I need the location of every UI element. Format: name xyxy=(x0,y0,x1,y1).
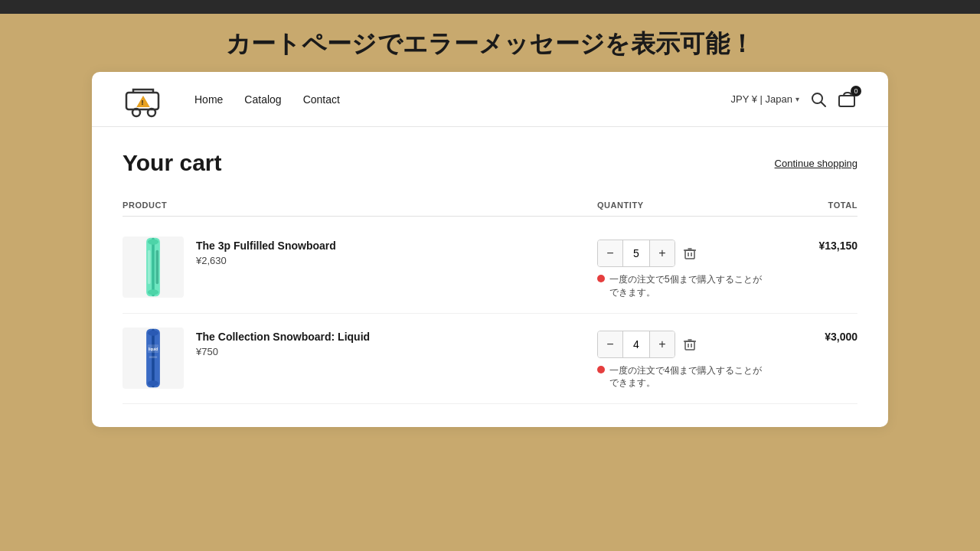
qty-increase-2[interactable]: + xyxy=(650,331,675,357)
nav-right: JPY ¥ | Japan ▾ 0 xyxy=(731,90,858,109)
logo: ! xyxy=(122,79,164,120)
cart-button[interactable]: 0 xyxy=(838,90,858,109)
error-text-1: 一度の注文で5個まで購入することができます。 xyxy=(609,273,766,299)
svg-text:liquid: liquid xyxy=(149,347,158,351)
nav-catalog[interactable]: Catalog xyxy=(244,93,281,106)
top-bar xyxy=(0,0,980,14)
delete-button-1[interactable] xyxy=(680,243,700,263)
product-info-1: The 3p Fulfilled Snowboard ¥2,630 xyxy=(196,236,336,266)
locale-label: JPY ¥ | Japan xyxy=(731,93,792,105)
main-card: ! Home Catalog Contact JPY ¥ | Japan ▾ xyxy=(92,72,888,427)
col-total: TOTAL xyxy=(766,201,858,210)
svg-line-7 xyxy=(822,102,826,106)
svg-text:!: ! xyxy=(142,99,144,106)
product-price-2: ¥750 xyxy=(196,346,370,357)
error-message-1: 一度の注文で5個まで購入することができます。 xyxy=(597,273,766,299)
logo-icon: ! xyxy=(122,79,164,120)
product-name-2: The Collection Snowboard: Liquid xyxy=(196,331,370,343)
headline-text: カートページでエラーメッセージを表示可能！ xyxy=(226,30,755,57)
trash-icon xyxy=(683,246,697,260)
error-text-2: 一度の注文で4個まで購入することができます。 xyxy=(609,364,766,390)
svg-rect-13 xyxy=(148,250,151,284)
svg-rect-14 xyxy=(156,250,159,284)
svg-rect-27 xyxy=(685,341,694,350)
product-info-2: The Collection Snowboard: Liquid ¥750 xyxy=(196,328,370,357)
product-name-1: The 3p Fulfilled Snowboard xyxy=(196,240,336,252)
product-row-2: liquid The Collection Snowboard: Liquid … xyxy=(122,314,858,405)
cart-title: Your cart xyxy=(122,150,221,176)
qty-input-group-2: − + xyxy=(597,331,675,358)
svg-point-11 xyxy=(148,240,158,245)
product-image-1 xyxy=(122,236,184,298)
product-price-1: ¥2,630 xyxy=(196,255,336,266)
delete-button-2[interactable] xyxy=(680,334,700,354)
nav-home[interactable]: Home xyxy=(194,93,223,106)
cart-count: 0 xyxy=(854,87,858,95)
product-cell-2: liquid The Collection Snowboard: Liquid … xyxy=(122,328,597,389)
error-dot-1 xyxy=(597,275,605,282)
svg-rect-15 xyxy=(685,250,694,259)
quantity-cell-1: − + xyxy=(597,236,766,299)
product-cell-1: The 3p Fulfilled Snowboard ¥2,630 xyxy=(122,236,597,298)
chevron-down-icon: ▾ xyxy=(795,95,799,103)
error-dot-2 xyxy=(597,366,605,373)
navigation: ! Home Catalog Contact JPY ¥ | Japan ▾ xyxy=(92,72,888,127)
table-header: PRODUCT QUANTITY TOTAL xyxy=(122,194,858,217)
qty-increase-1[interactable]: + xyxy=(650,240,675,266)
trash-icon-2 xyxy=(683,337,697,351)
qty-controls-1: − + xyxy=(597,240,766,267)
qty-input-group-1: − + xyxy=(597,240,675,267)
cart-content: Your cart Continue shopping PRODUCT QUAN… xyxy=(92,127,888,404)
search-icon xyxy=(810,91,827,108)
qty-controls-2: − + xyxy=(597,331,766,358)
product-image-2: liquid xyxy=(122,328,184,389)
locale-selector[interactable]: JPY ¥ | Japan ▾ xyxy=(731,93,799,105)
total-cell-2: ¥3,000 xyxy=(766,328,858,343)
svg-point-12 xyxy=(148,289,158,295)
qty-decrease-1[interactable]: − xyxy=(598,240,622,266)
qty-value-1[interactable] xyxy=(622,240,650,266)
nav-contact[interactable]: Contact xyxy=(303,93,340,106)
col-quantity: QUANTITY xyxy=(597,201,766,210)
headline-area: カートページでエラーメッセージを表示可能！ xyxy=(0,14,980,72)
svg-point-23 xyxy=(148,380,158,386)
total-cell-1: ¥13,150 xyxy=(766,236,858,252)
svg-rect-26 xyxy=(149,356,158,358)
qty-decrease-2[interactable]: − xyxy=(598,331,622,357)
qty-value-2[interactable] xyxy=(622,331,650,357)
svg-rect-8 xyxy=(839,96,854,106)
col-product: PRODUCT xyxy=(122,201,597,210)
nav-links: Home Catalog Contact xyxy=(194,93,731,106)
quantity-cell-2: − + xyxy=(597,328,766,390)
svg-point-22 xyxy=(148,330,158,335)
cart-header: Your cart Continue shopping xyxy=(122,150,858,176)
product-row: The 3p Fulfilled Snowboard ¥2,630 − + xyxy=(122,223,858,314)
cart-badge: 0 xyxy=(851,86,861,96)
search-button[interactable] xyxy=(810,91,827,108)
continue-shopping-link[interactable]: Continue shopping xyxy=(775,158,858,169)
error-message-2: 一度の注文で4個まで購入することができます。 xyxy=(597,364,766,390)
svg-rect-10 xyxy=(152,238,155,296)
